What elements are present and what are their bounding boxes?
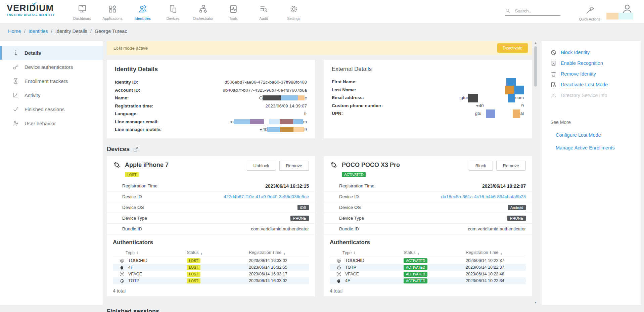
nav-identities[interactable]: Identities: [128, 0, 158, 23]
device-id-link[interactable]: da18ec5a-361a-4c16-b4b6-894cbafa5b28: [359, 194, 526, 199]
sidebar-item-enrollment-trackers[interactable]: Enrollment trackers: [0, 74, 103, 88]
email-address-value: gturcom: [364, 95, 524, 100]
status-badge: LOST: [187, 265, 200, 270]
block-identity-label: Block Identity: [561, 50, 590, 55]
line-manager-mobile-value: +409: [162, 127, 307, 132]
block-device-button[interactable]: Block: [469, 161, 493, 171]
user-menu[interactable]: [616, 0, 638, 24]
authenticators-table: Type Status Registration Time TOUCHID AC…: [330, 249, 526, 284]
authenticators-table-header: Type Status Registration Time: [113, 249, 309, 257]
redaction-block: [280, 119, 293, 124]
breadcrumb-identity-name: George Tureac: [95, 29, 127, 34]
device-id-link[interactable]: 422d4b67-f10e-41a9-9e40-3e56d036e5ce: [142, 194, 309, 199]
sidebar-item-details[interactable]: Details: [0, 46, 103, 60]
device-name: Apple iPhone 7: [125, 162, 169, 169]
deactivate-lost-mode-button[interactable]: Deactivate: [497, 43, 528, 53]
external-details-title: External Details: [332, 66, 524, 73]
nav-audit-label: Audit: [259, 16, 268, 20]
line-manager-email-value: ro _ m: [159, 119, 307, 124]
applications-icon: [107, 4, 118, 14]
unblock-device-button[interactable]: Unblock: [247, 161, 276, 171]
nav-audit[interactable]: Audit: [248, 0, 279, 23]
key-icon: [12, 63, 25, 70]
nav-orchestrator[interactable]: Orchestrator: [188, 0, 218, 23]
sort-by-type[interactable]: Type: [330, 251, 404, 255]
scroll-up-icon[interactable]: ▲: [534, 41, 538, 45]
totp-clock-icon: [336, 265, 345, 270]
nav-settings[interactable]: Settings: [279, 0, 309, 23]
audit-icon: [259, 4, 269, 14]
face-icon: [336, 272, 345, 277]
quick-actions-button[interactable]: Quick Actions: [579, 2, 600, 21]
enable-recognition-label: Enable Recognition: [561, 60, 603, 66]
sidebar-item-device-authenticators[interactable]: Device authenticators: [0, 60, 103, 74]
orchestrator-icon: [198, 4, 208, 14]
logo-check-icon: [32, 1, 37, 6]
last-name-value: [356, 87, 524, 92]
breadcrumb-identities[interactable]: Identities: [29, 29, 48, 34]
content-area: Lost mode active Deactivate Identity Det…: [107, 41, 532, 312]
device-os-badge: Android: [508, 205, 526, 210]
block-identity-action[interactable]: Block Identity: [550, 47, 641, 58]
sort-by-status[interactable]: Status: [187, 250, 249, 256]
redaction-block: [468, 94, 478, 102]
identities-icon: [138, 4, 148, 14]
device-clock-icon: [550, 82, 561, 88]
redaction-block: [281, 95, 298, 100]
nav-dashboard[interactable]: Dashboard: [67, 0, 97, 23]
breadcrumb: Home / Identities / Identity Details / G…: [0, 24, 644, 39]
account-id-label: Account ID:: [115, 88, 140, 93]
sort-icon: [200, 253, 202, 256]
vertical-scrollbar[interactable]: ▲ ▼: [534, 41, 538, 305]
sort-by-status[interactable]: Status: [404, 250, 466, 256]
scroll-down-icon[interactable]: ▼: [534, 301, 538, 305]
device-card-poco-x3-pro: POCO POCO X3 Pro Block Remove ACTIVATED …: [324, 156, 532, 296]
lost-mode-banner-text: Lost mode active: [113, 46, 148, 51]
sidebar-item-finished-sessions[interactable]: Finished sessions: [0, 102, 103, 116]
custom-phone-value: +409: [383, 103, 524, 108]
sort-by-type[interactable]: Type: [113, 251, 187, 255]
breadcrumb-separator: /: [24, 29, 26, 34]
redaction-block: [508, 94, 515, 102]
nav-applications[interactable]: Applications: [97, 0, 128, 23]
configure-lost-mode-link[interactable]: Configure Lost Mode: [550, 132, 641, 138]
sidebar-details-label: Details: [25, 50, 41, 56]
scrollbar-thumb[interactable]: [534, 46, 537, 87]
redaction-blocks: [606, 13, 633, 19]
sidebar-enrollment-trackers-label: Enrollment trackers: [25, 78, 68, 84]
remove-device-button[interactable]: Remove: [496, 161, 526, 171]
line-manager-email-label: Line manager email:: [115, 119, 159, 124]
redaction-block: [263, 95, 281, 100]
remove-identity-action[interactable]: Remove Identity: [550, 69, 641, 79]
dashboard-icon: [77, 4, 87, 14]
nav-devices[interactable]: Devices: [158, 0, 188, 23]
device-type-badge: PHONE: [290, 216, 309, 221]
open-devices-icon[interactable]: [130, 146, 139, 152]
remove-device-button[interactable]: Remove: [279, 161, 309, 171]
sort-by-registration-time[interactable]: Registration Time: [466, 250, 526, 256]
deactivate-lost-mode-action[interactable]: Deactivate Lost Mode: [550, 79, 641, 90]
totp-clock-icon: [120, 278, 128, 283]
manage-active-enrollments-link[interactable]: Manage Active Enrollments: [550, 145, 641, 150]
authenticator-row: 4F ACTIVATED 2023/06/14 10:22:34: [330, 277, 526, 284]
device-icon: [330, 161, 342, 169]
authenticator-row: TOUCHID ACTIVATED 2023/06/14 10:22:37: [330, 257, 526, 264]
device-os-label: Device OS: [339, 205, 361, 210]
search-input[interactable]: [515, 8, 555, 13]
breadcrumb-home[interactable]: Home: [8, 29, 21, 34]
id-card-icon: [550, 60, 561, 66]
redaction-block: [486, 109, 495, 118]
hand-icon: [336, 278, 345, 283]
external-details-card: External Details First Name: Last Name: …: [324, 60, 532, 138]
sidebar-item-user-behavior[interactable]: User behavior: [0, 116, 103, 130]
enable-recognition-action[interactable]: Enable Recognition: [550, 58, 641, 69]
status-badge: LOST: [187, 258, 200, 263]
sort-by-registration-time[interactable]: Registration Time: [249, 250, 309, 256]
primary-nav: Dashboard Applications Identities Device…: [67, 0, 309, 23]
sidebar-item-activity[interactable]: Activity: [0, 88, 103, 102]
nav-tools[interactable]: Tools: [218, 0, 248, 23]
left-sidebar: Details Device authenticators Enrollment…: [0, 41, 103, 305]
last-name-label: Last Name:: [332, 87, 356, 92]
deactivate-lost-mode-label: Deactivate Lost Mode: [561, 82, 608, 87]
registration-time-label: Registration Time: [122, 183, 157, 188]
